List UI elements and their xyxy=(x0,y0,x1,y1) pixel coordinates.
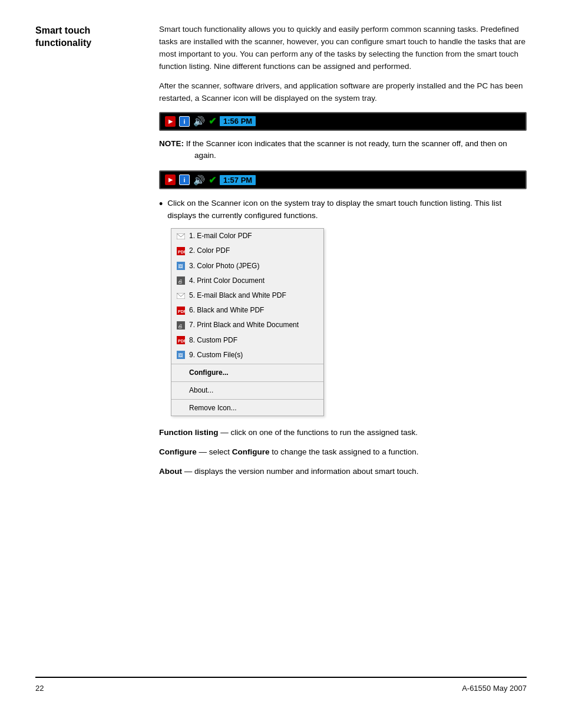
menu-item-5[interactable]: 5. E-mail Black and White PDF xyxy=(171,288,323,303)
function-listing-bold: Function listing xyxy=(159,428,219,437)
pdf-icon-8: PDF xyxy=(176,336,186,344)
note-text: NOTE: If the Scanner icon indicates that… xyxy=(159,138,527,163)
left-column: Smart touch functionality xyxy=(35,24,153,677)
svg-text:🖨: 🖨 xyxy=(178,324,183,329)
page-number: 22 xyxy=(35,684,44,693)
configure-bold2: Configure xyxy=(232,447,270,456)
right-column: Smart touch functionality allows you to … xyxy=(153,24,527,677)
bullet-text: Click on the Scanner icon on the system … xyxy=(167,197,527,222)
tray-info-icon-2: i xyxy=(179,174,190,185)
menu-separator-1 xyxy=(171,364,323,364)
menu-item-8[interactable]: PDF 8. Custom PDF xyxy=(171,333,323,348)
note-block: NOTE: If the Scanner icon indicates that… xyxy=(159,138,527,163)
menu-configure[interactable]: Configure... xyxy=(171,365,323,380)
title-line2: functionality xyxy=(35,38,91,48)
system-tray-image-1: ▶ i 🔊 ✔ 1:56 PM xyxy=(159,112,527,131)
menu-label-1: 1. E-mail Color PDF xyxy=(189,230,252,242)
menu-separator-3 xyxy=(171,399,323,400)
menu-about[interactable]: About... xyxy=(171,383,323,398)
description-block: Function listing — click on one of the f… xyxy=(159,427,527,478)
about-desc: About — displays the version number and … xyxy=(159,466,527,478)
email-icon-5 xyxy=(176,292,186,300)
photo-icon-3: 🖼 xyxy=(176,262,186,270)
svg-text:PDF: PDF xyxy=(178,339,185,343)
configure-icon xyxy=(176,369,186,377)
doc-info: A-61550 May 2007 xyxy=(462,684,527,693)
menu-label-3: 3. Color Photo (JPEG) xyxy=(189,261,259,272)
function-listing-desc: Function listing — click on one of the f… xyxy=(159,427,527,439)
svg-text:PDF: PDF xyxy=(178,309,185,314)
printer-icon-7: 🖨 xyxy=(176,321,186,330)
menu-item-3[interactable]: 🖼 3. Color Photo (JPEG) xyxy=(171,259,323,274)
menu-item-4[interactable]: 🖨 4. Print Color Document xyxy=(171,274,323,288)
about-icon xyxy=(176,387,186,395)
svg-text:🖼: 🖼 xyxy=(178,353,183,358)
menu-remove[interactable]: Remove Icon... xyxy=(171,401,323,416)
menu-screenshot: 1. E-mail Color PDF PDF 2. Color PDF 🖼 3… xyxy=(171,228,324,416)
menu-remove-label: Remove Icon... xyxy=(189,403,237,414)
menu-item-9[interactable]: 🖼 9. Custom File(s) xyxy=(171,348,323,363)
printer-icon-4: 🖨 xyxy=(176,276,186,285)
configure-text: to change the task assigned to a functio… xyxy=(270,447,419,456)
tray-scanner-icon-2: ▶ xyxy=(165,174,176,185)
menu-label-4: 4. Print Color Document xyxy=(189,275,265,286)
bullet-dot: • xyxy=(159,197,163,222)
tray-check-icon-2: ✔ xyxy=(209,174,216,186)
svg-text:🖨: 🖨 xyxy=(178,279,183,284)
configure-bold: Configure xyxy=(159,447,197,456)
about-bold: About xyxy=(159,467,182,476)
system-tray-image-2: ▶ i 🔊 ✔ 1:57 PM xyxy=(159,170,527,189)
tray-info-icon: i xyxy=(179,116,190,127)
menu-about-label: About... xyxy=(189,385,213,396)
tray-time-2: 1:57 PM xyxy=(220,175,256,185)
svg-text:🖼: 🖼 xyxy=(178,264,183,269)
remove-icon xyxy=(176,404,186,413)
footer: 22 A-61550 May 2007 xyxy=(35,677,527,693)
bullet-item-1: • Click on the Scanner icon on the syste… xyxy=(159,197,527,222)
page: Smart touch functionality Smart touch fu… xyxy=(0,0,562,728)
tray-sound-icon: 🔊 xyxy=(193,116,205,127)
menu-item-6[interactable]: PDF 6. Black and White PDF xyxy=(171,303,323,318)
paragraph-2: After the scanner, software drivers, and… xyxy=(159,80,527,105)
tray-scanner-icon: ▶ xyxy=(165,116,176,127)
configure-intro: — select xyxy=(197,447,232,456)
menu-item-1[interactable]: 1. E-mail Color PDF xyxy=(171,229,323,243)
menu-label-9: 9. Custom File(s) xyxy=(189,350,243,361)
configure-desc: Configure — select Configure to change t… xyxy=(159,446,527,459)
photo-icon-9: 🖼 xyxy=(176,351,186,359)
pdf-icon-2: PDF xyxy=(176,247,186,255)
menu-configure-label: Configure... xyxy=(189,367,229,378)
menu-label-2: 2. Color PDF xyxy=(189,245,230,256)
email-icon-1 xyxy=(176,232,186,241)
menu-label-7: 7. Print Black and White Document xyxy=(189,319,299,331)
menu-item-2[interactable]: PDF 2. Color PDF xyxy=(171,243,323,258)
menu-label-5: 5. E-mail Black and White PDF xyxy=(189,290,286,301)
bullet-section: • Click on the Scanner icon on the syste… xyxy=(159,197,527,222)
about-text: — displays the version number and inform… xyxy=(182,467,418,476)
menu-label-6: 6. Black and White PDF xyxy=(189,305,264,316)
function-listing-text: — click on one of the functions to run t… xyxy=(219,428,418,437)
menu-separator-2 xyxy=(171,381,323,382)
paragraph-1: Smart touch functionality allows you to … xyxy=(159,24,527,73)
svg-text:PDF: PDF xyxy=(178,250,185,254)
tray-sound-icon-2: 🔊 xyxy=(193,174,205,186)
note-body: If the Scanner icon indicates that the s… xyxy=(186,139,507,160)
menu-item-7[interactable]: 🖨 7. Print Black and White Document xyxy=(171,318,323,332)
menu-label-8: 8. Custom PDF xyxy=(189,335,237,346)
content-area: Smart touch functionality Smart touch fu… xyxy=(35,24,527,677)
pdf-icon-6: PDF xyxy=(176,307,186,315)
title-line1: Smart touch xyxy=(35,25,90,35)
tray-time-1: 1:56 PM xyxy=(220,116,256,126)
note-label: NOTE: xyxy=(159,139,184,148)
tray-check-icon: ✔ xyxy=(209,116,216,127)
section-title: Smart touch functionality xyxy=(35,25,141,50)
